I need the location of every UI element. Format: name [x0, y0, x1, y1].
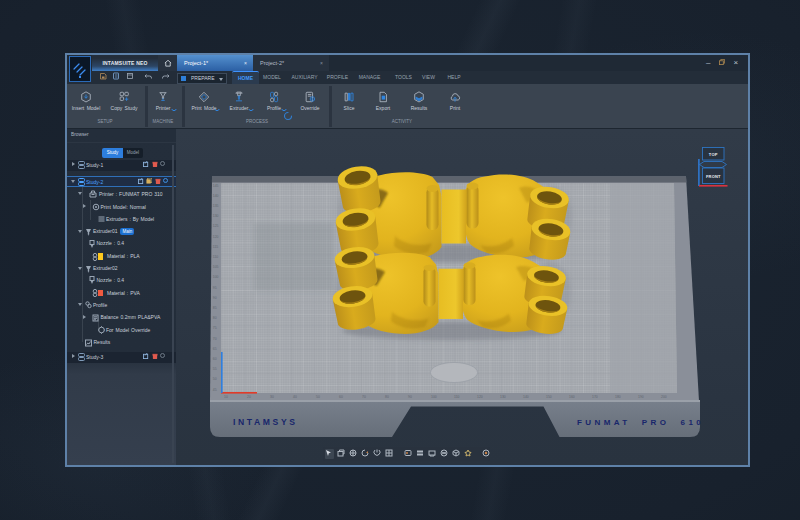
svg-text:200: 200 [661, 395, 667, 399]
svg-text:95: 95 [213, 286, 217, 290]
svg-text:130: 130 [500, 395, 506, 399]
svg-text:120: 120 [213, 235, 219, 239]
svg-text:55: 55 [213, 367, 217, 371]
svg-text:80: 80 [213, 316, 217, 320]
svg-text:85: 85 [213, 306, 217, 310]
svg-text:70: 70 [213, 337, 217, 341]
svg-text:115: 115 [213, 245, 219, 249]
svg-text:80: 80 [385, 395, 389, 399]
svg-text:20: 20 [247, 395, 251, 399]
svg-text:75: 75 [213, 326, 217, 330]
svg-text:125: 125 [213, 224, 219, 228]
svg-text:30: 30 [270, 395, 274, 399]
svg-text:50: 50 [316, 395, 320, 399]
svg-text:145: 145 [213, 184, 219, 188]
svg-text:90: 90 [213, 296, 217, 300]
svg-text:60: 60 [213, 357, 217, 361]
svg-text:190: 190 [638, 395, 644, 399]
svg-text:65: 65 [213, 347, 217, 351]
svg-text:45: 45 [213, 388, 217, 392]
svg-text:TOP: TOP [709, 152, 718, 157]
svg-text:90: 90 [408, 395, 412, 399]
svg-text:100: 100 [213, 275, 219, 279]
svg-text:FUNMAT PRO 610: FUNMAT PRO 610 [577, 418, 704, 427]
svg-text:150: 150 [546, 395, 552, 399]
svg-text:130: 130 [213, 214, 219, 218]
svg-text:180: 180 [615, 395, 621, 399]
svg-text:105: 105 [213, 265, 219, 269]
svg-text:120: 120 [477, 395, 483, 399]
svg-text:135: 135 [213, 204, 219, 208]
svg-text:110: 110 [213, 255, 219, 259]
svg-text:INTAMSYS: INTAMSYS [233, 417, 298, 427]
svg-text:140: 140 [523, 395, 529, 399]
svg-text:160: 160 [569, 395, 575, 399]
svg-text:40: 40 [293, 395, 297, 399]
svg-text:140: 140 [213, 194, 219, 198]
svg-text:100: 100 [431, 395, 437, 399]
svg-text:60: 60 [339, 395, 343, 399]
svg-text:50: 50 [213, 377, 217, 381]
svg-text:170: 170 [592, 395, 598, 399]
svg-text:110: 110 [454, 395, 460, 399]
svg-text:10: 10 [224, 395, 228, 399]
svg-text:70: 70 [362, 395, 366, 399]
svg-text:FRONT: FRONT [706, 174, 721, 179]
